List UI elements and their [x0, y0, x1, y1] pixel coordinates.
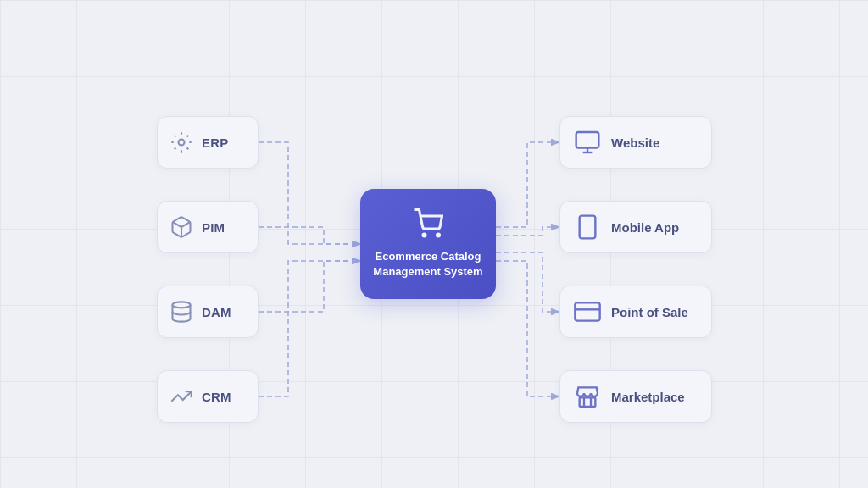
dest-marketplace: Marketplace [559, 370, 712, 423]
chart-icon [170, 385, 193, 408]
erp-label: ERP [202, 136, 228, 150]
source-pim: PIM [157, 201, 259, 253]
store-icon [574, 383, 601, 410]
center-label: Ecommerce Catalog Management System [373, 249, 482, 280]
website-label: Website [611, 136, 659, 150]
svg-rect-13 [580, 397, 596, 407]
dest-mobile-app: Mobile App [559, 201, 712, 253]
center-catalog-box: Ecommerce Catalog Management System [360, 189, 496, 299]
source-crm: CRM [157, 370, 259, 423]
dam-label: DAM [202, 305, 231, 319]
svg-point-1 [179, 140, 185, 146]
svg-point-4 [423, 234, 426, 236]
gear-icon [170, 130, 193, 154]
box-icon [170, 215, 193, 239]
svg-point-3 [173, 302, 191, 308]
cart-icon [413, 208, 443, 242]
source-erp: ERP [157, 116, 259, 169]
pim-label: PIM [202, 220, 225, 235]
crm-label: CRM [202, 390, 231, 404]
svg-rect-6 [576, 132, 599, 148]
source-dam: DAM [157, 286, 259, 338]
mobile-app-label: Mobile App [611, 220, 679, 235]
point-of-sale-label: Point of Sale [611, 305, 688, 319]
smartphone-icon [574, 214, 601, 241]
database-icon [170, 300, 193, 324]
diagram-container: ERP PIM DAM CRM [0, 0, 868, 488]
monitor-icon [574, 129, 601, 156]
svg-rect-11 [575, 302, 599, 320]
dest-website: Website [559, 116, 712, 169]
svg-point-5 [437, 234, 440, 236]
dest-point-of-sale: Point of Sale [559, 286, 712, 338]
marketplace-label: Marketplace [611, 390, 685, 404]
svg-rect-9 [580, 216, 596, 239]
credit-card-icon [574, 298, 601, 325]
